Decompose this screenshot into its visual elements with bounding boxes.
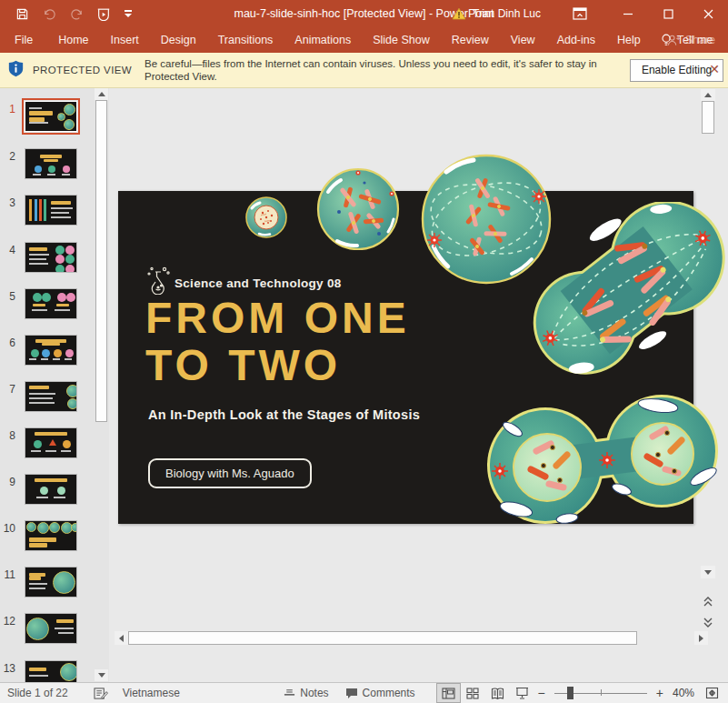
- slide-number: 10: [0, 522, 15, 535]
- telophase-cell-illustration: [480, 382, 725, 537]
- minimize-button[interactable]: [608, 0, 648, 27]
- slide-number: 6: [0, 336, 15, 349]
- slide-thumbnail-3[interactable]: [25, 195, 77, 226]
- title-bar: mau-7-slide-sinh-hoc [Protected View] - …: [0, 0, 728, 27]
- thumbnail-scroll-down-icon[interactable]: [95, 669, 108, 681]
- undo-icon: [42, 6, 56, 21]
- canvas-scroll-up-icon[interactable]: [701, 89, 715, 101]
- close-button[interactable]: [688, 0, 728, 27]
- slide-thumbnail-12[interactable]: [25, 613, 77, 644]
- powerpoint-window: mau-7-slide-sinh-hoc [Protected View] - …: [0, 0, 728, 703]
- previous-slide-button[interactable]: [701, 594, 715, 608]
- slide-title: FROM ONE TO TWO: [145, 295, 410, 389]
- slide-number: 5: [0, 290, 15, 303]
- canvas-scroll-left-icon[interactable]: [115, 631, 128, 645]
- reading-view-button[interactable]: [485, 683, 510, 703]
- slide-number: 3: [0, 196, 15, 209]
- zoom-level[interactable]: 40%: [667, 687, 700, 699]
- slide-thumbnail-11[interactable]: [25, 567, 77, 598]
- ribbon-display-options-icon[interactable]: [564, 0, 595, 27]
- protected-view-bar: PROTECTED VIEW Be careful—files from the…: [0, 53, 728, 88]
- slide-thumbnail-2[interactable]: [25, 148, 77, 179]
- canvas-scroll-right-icon[interactable]: [694, 631, 708, 645]
- tab-help[interactable]: Help: [606, 27, 652, 53]
- notes-toggle[interactable]: Notes: [275, 683, 336, 703]
- warning-icon: [452, 7, 466, 20]
- anaphase-cell-illustration: [523, 202, 727, 379]
- start-slideshow-icon[interactable]: [96, 6, 111, 21]
- slide-thumbnail-4[interactable]: [25, 242, 77, 273]
- save-icon[interactable]: [15, 6, 29, 21]
- protected-view-message: Be careful—files from the Internet can c…: [145, 57, 624, 83]
- slide-kicker: Science and Technology 08: [175, 276, 342, 290]
- slide-number: 9: [0, 476, 15, 488]
- slide-number: 8: [0, 429, 15, 442]
- ribbon-tab-bar: File Home Insert Design Transitions Anim…: [0, 27, 728, 53]
- maximize-button[interactable]: [648, 0, 688, 27]
- slide-number: 2: [0, 150, 15, 163]
- workspace: 1 2 3: [0, 88, 728, 682]
- slide-thumbnail-8[interactable]: [25, 427, 77, 458]
- customize-qat-icon[interactable]: [124, 10, 133, 17]
- slide-thumbnail-9[interactable]: [25, 474, 77, 505]
- tab-insert[interactable]: Insert: [100, 27, 150, 53]
- slide-thumbnail-panel: 1 2 3: [0, 88, 109, 682]
- tab-animations[interactable]: Animations: [284, 27, 362, 53]
- tab-file[interactable]: File: [0, 27, 47, 53]
- slide-sorter-view-button[interactable]: [461, 683, 485, 703]
- user-name: Tran Dinh Luc: [473, 7, 541, 20]
- slide-number: 11: [0, 568, 15, 581]
- canvas-scroll-down-icon[interactable]: [701, 566, 715, 578]
- thumbnail-scroll-up-icon[interactable]: [95, 88, 108, 100]
- proofing-icon[interactable]: [94, 687, 108, 700]
- tab-transitions[interactable]: Transitions: [207, 27, 284, 53]
- share-button[interactable]: Share: [667, 34, 715, 46]
- slide-thumbnail-1[interactable]: [25, 101, 77, 132]
- slide-number: 13: [0, 662, 15, 675]
- slide-subtitle: An In-Depth Look at the Stages of Mitosi…: [148, 407, 420, 422]
- zoom-out-icon[interactable]: −: [534, 686, 549, 700]
- comments-toggle[interactable]: Comments: [337, 683, 424, 703]
- thumbnail-scrollbar-thumb[interactable]: [95, 100, 107, 422]
- slide-thumbnail-13[interactable]: [25, 660, 77, 682]
- tab-home[interactable]: Home: [47, 27, 99, 53]
- shield-icon: [8, 60, 24, 81]
- slide-number: 12: [0, 615, 15, 628]
- status-bar: Slide 1 of 22 Vietnamese Notes Comments: [0, 682, 728, 703]
- tab-slideshow[interactable]: Slide Show: [362, 27, 441, 53]
- slide-thumbnail-10[interactable]: [25, 520, 77, 551]
- message-bar-close-icon[interactable]: ✕: [709, 63, 720, 75]
- slide-number: 7: [0, 383, 15, 396]
- account-info[interactable]: Tran Dinh Luc: [452, 7, 541, 20]
- canvas-horizontal-scrollbar-thumb[interactable]: [128, 631, 637, 645]
- zoom-slider[interactable]: [554, 683, 647, 703]
- slide-number: 1: [0, 103, 15, 115]
- slideshow-view-button[interactable]: [510, 683, 534, 703]
- slide-thumbnail-6[interactable]: [25, 335, 77, 366]
- notes-icon: [284, 688, 295, 698]
- redo-icon: [69, 6, 84, 21]
- comments-icon: [345, 688, 358, 699]
- slide-counter[interactable]: Slide 1 of 22: [7, 687, 68, 699]
- fit-slide-to-window-icon[interactable]: [700, 683, 724, 703]
- next-slide-button[interactable]: [701, 615, 715, 629]
- normal-view-button[interactable]: [436, 683, 461, 703]
- slide-thumbnail-5[interactable]: [25, 288, 77, 319]
- tab-review[interactable]: Review: [441, 27, 500, 53]
- language-indicator[interactable]: Vietnamese: [123, 687, 180, 699]
- zoom-in-icon[interactable]: +: [653, 686, 667, 700]
- prophase-cell-illustration: [315, 166, 401, 252]
- tab-design[interactable]: Design: [150, 27, 207, 53]
- quick-access-toolbar: [0, 6, 133, 21]
- interphase-cell-illustration: [244, 196, 288, 239]
- slide-thumbnail-7[interactable]: [25, 381, 77, 412]
- tab-view[interactable]: View: [500, 27, 546, 53]
- person-icon: [667, 35, 680, 46]
- slide-badge: Biology with Ms. Aguado: [148, 458, 312, 488]
- protected-view-label: PROTECTED VIEW: [33, 65, 132, 75]
- canvas-vertical-scrollbar-thumb[interactable]: [702, 101, 714, 134]
- tab-addins[interactable]: Add-ins: [546, 27, 606, 53]
- zoom-slider-thumb[interactable]: [567, 687, 573, 699]
- slide-number: 4: [0, 244, 15, 256]
